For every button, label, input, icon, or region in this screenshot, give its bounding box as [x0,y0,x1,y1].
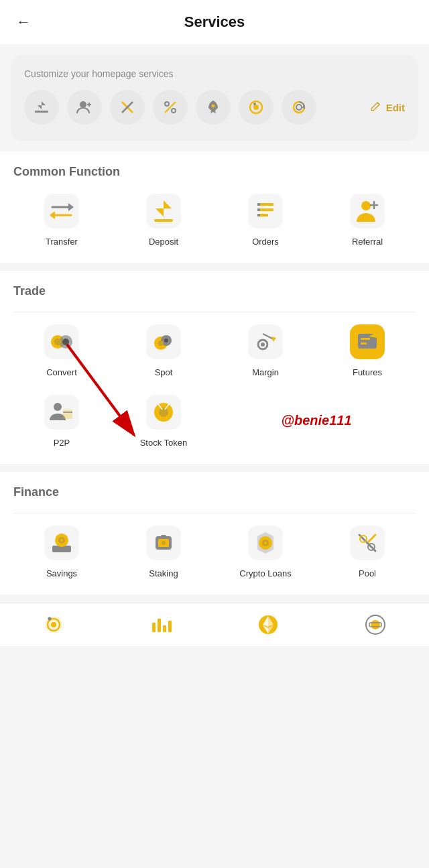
crypto-loans-item[interactable]: Crypto Loans [217,524,314,578]
stock-token-icon [145,393,182,431]
staking-item[interactable]: Staking [115,524,212,578]
referral-icon [349,192,386,230]
svg-point-46 [164,338,168,343]
back-button[interactable]: ← [16,13,31,31]
bottom-nav [0,603,429,646]
svg-rect-78 [161,535,166,538]
p2p-label: P2P [54,438,70,448]
svg-point-59 [54,403,62,411]
finance-title: Finance [13,485,416,499]
svg-rect-33 [350,194,385,229]
futures-label: Futures [353,367,382,377]
customize-label: Customize your homepage services [24,68,405,79]
page-title: Services [184,13,245,31]
margin-icon [247,323,284,361]
pool-item[interactable]: Pool [319,524,416,578]
finance-grid: Savings Staking [13,524,416,589]
svg-point-41 [62,338,69,345]
convert-item[interactable]: Convert [13,323,110,377]
transfer-icon [43,192,80,230]
stock-token-label: Stock Token [140,438,188,448]
svg-point-10 [212,105,215,108]
svg-point-64 [159,408,168,417]
staking-icon [145,524,182,562]
customize-icon-tools[interactable] [110,90,145,125]
customize-icon-adduser[interactable] [67,90,102,125]
svg-rect-30 [257,203,260,206]
nav-home-icon[interactable] [42,613,66,637]
convert-label: Convert [46,367,77,377]
svg-point-49 [261,343,265,347]
svg-point-102 [371,620,380,629]
margin-label: Margin [252,367,279,377]
watermark: @benie111 [281,413,351,428]
p2p-icon [43,393,80,431]
svg-line-7 [165,102,176,113]
convert-icon [43,323,80,361]
svg-point-9 [172,109,176,113]
svg-rect-60 [63,410,72,419]
common-function-section: Common Function Transfer [0,151,429,263]
futures-item[interactable]: Futures [319,323,416,377]
orders-label: Orders [252,237,279,247]
svg-rect-32 [257,214,260,216]
referral-item[interactable]: Referral [319,192,416,247]
svg-rect-0 [35,111,48,113]
finance-section: Finance Savings [0,472,429,595]
edit-label: Edit [386,102,405,113]
svg-point-34 [361,201,371,210]
pool-icon [349,524,386,562]
svg-point-15 [296,105,302,110]
edit-button[interactable]: Edit [370,101,405,113]
transfer-item[interactable]: Transfer [13,192,110,247]
p2p-item[interactable]: P2P [13,393,110,448]
customize-icon-shield[interactable] [239,90,273,125]
spot-label: Spot [155,367,173,377]
trade-title: Trade [13,284,416,298]
svg-point-91 [48,617,52,621]
deposit-icon [145,192,182,230]
savings-icon [43,524,80,562]
futures-icon [349,323,386,361]
customize-icon-percent[interactable] [153,90,188,125]
svg-point-8 [165,102,169,106]
svg-rect-93 [158,619,161,632]
stock-token-item[interactable]: Stock Token [115,393,212,448]
svg-rect-31 [257,208,260,211]
svg-rect-18 [44,194,79,229]
svg-rect-47 [248,324,283,359]
orders-item[interactable]: Orders [217,192,314,247]
customize-card: Customize your homepage services [11,55,418,141]
transfer-label: Transfer [46,237,78,247]
svg-point-73 [60,539,63,542]
svg-rect-56 [361,338,370,340]
svg-rect-58 [44,395,79,430]
svg-point-2 [80,101,86,108]
deposit-label: Deposit [149,237,178,247]
margin-item[interactable]: Margin [217,323,314,377]
common-function-grid: Transfer Deposit [13,192,416,257]
svg-rect-95 [168,621,172,632]
svg-rect-92 [152,623,156,632]
customize-icon-deposit[interactable] [24,90,59,125]
header: ← Services [0,0,429,44]
svg-point-12 [253,105,259,110]
referral-label: Referral [352,237,383,247]
deposit-item[interactable]: Deposit [115,192,212,247]
svg-point-45 [158,340,164,346]
nav-eth-icon[interactable] [256,613,280,637]
savings-item[interactable]: Savings [13,524,110,578]
customize-icon-rotate[interactable] [282,90,316,125]
pool-label: Pool [359,568,376,578]
customize-icon-rocket[interactable] [196,90,231,125]
spot-item[interactable]: Spot [115,323,212,377]
svg-point-13 [253,103,256,105]
crypto-loans-label: Crypto Loans [239,568,291,578]
svg-rect-94 [163,625,166,632]
savings-label: Savings [46,568,77,578]
svg-point-77 [162,541,166,545]
nav-markets-icon[interactable] [149,613,173,637]
crypto-loans-icon [247,524,284,562]
nav-wallet-icon[interactable] [363,613,387,637]
svg-point-90 [51,622,56,627]
